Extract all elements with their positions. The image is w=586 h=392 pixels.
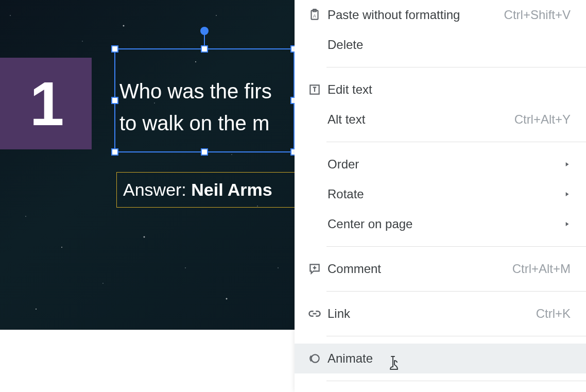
question-number-box[interactable]: 1 [0, 58, 92, 149]
menu-divider [326, 142, 586, 142]
menu-label: Edit text [325, 82, 571, 97]
rotate-handle[interactable] [200, 27, 209, 35]
menu-center-on-page[interactable]: Center on page [295, 209, 586, 239]
resize-handle-tm[interactable] [201, 45, 208, 53]
menu-label: Delete [325, 38, 571, 52]
menu-delete[interactable]: Delete [295, 30, 586, 60]
submenu-arrow-icon [563, 191, 571, 198]
question-number: 1 [30, 68, 62, 139]
menu-divider [326, 381, 586, 381]
menu-rotate[interactable]: Rotate [295, 179, 586, 209]
menu-animate[interactable]: Animate [295, 344, 586, 373]
menu-edit-text[interactable]: Edit text [295, 75, 586, 105]
menu-order[interactable]: Order [295, 149, 586, 179]
question-textbox[interactable]: Who was the firs to walk on the m [114, 48, 295, 152]
context-menu: A Paste without formatting Ctrl+Shift+V … [295, 0, 586, 392]
menu-label: Alt text [325, 112, 514, 127]
menu-shortcut: Ctrl+K [536, 306, 571, 321]
slide-canvas[interactable]: 1 Who was the firs to walk on the m Answ… [0, 0, 299, 330]
editor-bottom-area [0, 330, 299, 392]
menu-label: Comment [325, 262, 512, 276]
menu-divider [326, 67, 586, 67]
edit-text-icon [304, 83, 325, 96]
menu-link[interactable]: Link Ctrl+K [295, 299, 586, 329]
menu-label: Paste without formatting [325, 8, 504, 22]
menu-shortcut: Ctrl+Alt+Y [514, 112, 571, 127]
answer-textbox[interactable]: Answer: Neil Arms [116, 172, 299, 208]
question-line2: to walk on the m [119, 112, 269, 134]
menu-label: Center on page [325, 217, 563, 231]
resize-handle-tl[interactable] [111, 45, 118, 53]
link-icon [304, 306, 325, 321]
menu-paste-without-formatting[interactable]: A Paste without formatting Ctrl+Shift+V [295, 0, 586, 30]
comment-icon [304, 262, 325, 276]
svg-point-4 [312, 354, 319, 362]
question-line1: Who was the firs [119, 80, 272, 103]
animate-icon [304, 352, 325, 365]
answer-label: Answer: [123, 180, 191, 199]
submenu-arrow-icon [563, 220, 571, 228]
submenu-arrow-icon [563, 161, 571, 168]
menu-label: Rotate [325, 187, 563, 201]
answer-value: Neil Arms [191, 180, 272, 199]
menu-label: Order [325, 157, 563, 172]
resize-handle-bm[interactable] [201, 148, 208, 156]
menu-shortcut: Ctrl+Alt+M [512, 262, 571, 276]
menu-shortcut: Ctrl+Shift+V [504, 8, 571, 22]
menu-label: Animate [325, 351, 571, 366]
menu-alt-text[interactable]: Alt text Ctrl+Alt+Y [295, 105, 586, 134]
menu-divider [326, 246, 586, 247]
paste-nofmt-icon: A [304, 8, 325, 22]
resize-handle-ml[interactable] [111, 97, 118, 104]
menu-label: Link [325, 306, 536, 321]
rotate-line [204, 34, 205, 46]
resize-handle-bl[interactable] [111, 148, 118, 156]
menu-divider [326, 336, 586, 336]
svg-text:A: A [313, 13, 316, 19]
menu-divider [326, 291, 586, 292]
menu-comment[interactable]: Comment Ctrl+Alt+M [295, 254, 586, 284]
